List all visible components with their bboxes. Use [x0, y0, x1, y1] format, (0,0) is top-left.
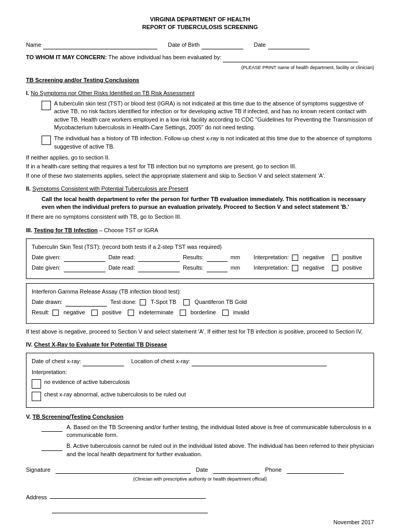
tst-row2-read-input[interactable]: [138, 264, 180, 272]
tst-row1-read-label: Date read:: [109, 254, 135, 261]
sig-phone-input[interactable]: [287, 466, 344, 474]
checkbox-xray-no-evidence[interactable]: [32, 379, 41, 389]
tst-row2: Date given: Date read: Results: mm Inter…: [32, 264, 368, 272]
checkbox-tst-row1-pos[interactable]: [332, 255, 338, 261]
igra-drawn-input[interactable]: [65, 298, 107, 307]
section5-statB: B. Active tuberculosis cannot be ruled o…: [66, 442, 374, 458]
section1-note2: If in a health-care setting that require…: [26, 163, 374, 170]
tst-row2-results-label: Results:: [183, 264, 204, 272]
igra-neg: negative: [63, 309, 85, 316]
section5-blank-B[interactable]: [42, 442, 62, 450]
section1-para2: The individual has a history of TB infec…: [54, 135, 374, 151]
address-row2: [52, 505, 374, 513]
tst-row1-results-input[interactable]: [207, 254, 228, 262]
tst-row2-given-input[interactable]: [64, 264, 105, 272]
footer-date: November 2017: [334, 519, 374, 525]
checkbox-tst-row2-pos[interactable]: [332, 265, 338, 271]
sig-date-input[interactable]: [213, 466, 260, 474]
xray-interp-label: Interpretation:: [32, 368, 368, 376]
xray-date-row: Date of chest x-ray: Location of chest x…: [32, 357, 368, 366]
igra-row1: Date drawn: Test done: T-Spot TB Quantif…: [32, 298, 368, 307]
tst-row2-read-label: Date read:: [109, 264, 135, 272]
section5-statA-row: A. Based on the TB Screening and/or furt…: [42, 423, 374, 440]
igra-row2: Result: negative positive indeterminate …: [32, 309, 368, 316]
checkbox-igra-indet[interactable]: [128, 310, 134, 316]
section3-header: III. Testing for TB Infection – Choose T…: [26, 227, 374, 234]
tst-box: Tuberculin Skin Test (TST): (record both…: [26, 238, 374, 279]
name-field: Name: [26, 41, 157, 49]
igra-test-done-label: Test done:: [110, 298, 137, 306]
checkbox-tst-row2-neg[interactable]: [292, 265, 298, 271]
igra-tspot: T-Spot TB: [151, 298, 176, 306]
xray-date-input[interactable]: [83, 357, 124, 366]
section5-statA: A. Based on the TB Screening and/or furt…: [66, 423, 374, 440]
address-input-1[interactable]: [50, 490, 206, 499]
checkbox-tst-row1-neg[interactable]: [292, 255, 298, 261]
tst-row1-mm: mm: [231, 254, 240, 261]
checkbox-igra-quantiferon[interactable]: [183, 299, 190, 305]
igra-border: borderline: [191, 309, 216, 316]
section4-label: IV.: [26, 341, 32, 348]
checkbox-igra-border[interactable]: [180, 310, 186, 316]
igra-drawn-label: Date drawn:: [32, 298, 62, 306]
checkbox-igra-invalid[interactable]: [222, 310, 229, 316]
name-label: Name: [26, 41, 41, 49]
date-label: Date: [254, 41, 265, 49]
address-input-2[interactable]: [52, 505, 208, 513]
tst-box-header: Tuberculin Skin Test (TST): (record both…: [32, 243, 368, 251]
section1-label: I.: [26, 90, 29, 96]
igra-result-label: Result:: [32, 309, 49, 316]
tst-row2-results-input[interactable]: [207, 264, 228, 272]
tst-row2-pos: positive: [343, 264, 362, 272]
igra-pos: positive: [102, 309, 122, 316]
checkbox-igra-tspot[interactable]: [140, 299, 146, 305]
igra-indet: indeterminate: [139, 309, 174, 316]
xray-date-label: Date of chest x-ray:: [32, 358, 81, 364]
name-input[interactable]: [43, 41, 157, 49]
tst-row1-given-label: Date given:: [32, 254, 61, 261]
sig-label: Signature: [26, 466, 50, 474]
evaluator-input[interactable]: [223, 54, 358, 62]
address-row1: Address: [26, 490, 374, 502]
dob-label: Date of Birth: [168, 41, 199, 49]
igra-invalid: invalid: [233, 309, 249, 316]
checkbox-igra-neg[interactable]: [52, 310, 59, 316]
top-fields-row: Name Date of Birth Date: [26, 41, 374, 49]
tst-row2-given-label: Date given:: [32, 264, 61, 272]
concern-label: TO WHOM IT MAY CONCERN:: [26, 54, 107, 60]
tst-row1-read-input[interactable]: [138, 254, 180, 262]
sig-input[interactable]: [56, 466, 191, 474]
section5-statB-row: B. Active tuberculosis cannot be ruled o…: [42, 442, 374, 458]
section2-label: II.: [26, 185, 31, 192]
print-note: (PLEASE PRINT name of health department,…: [26, 63, 374, 71]
section5-title: TB Screening/Testing Conclusion: [32, 414, 123, 420]
tst-row1: Date given: Date read: Results: mm Inter…: [32, 254, 368, 262]
checkbox-s1-para2[interactable]: [42, 136, 51, 145]
tst-row1-interp-label: Interpretation:: [254, 254, 289, 261]
section5-blank-A[interactable]: [42, 423, 62, 432]
checkbox-s1-para1[interactable]: [42, 101, 51, 110]
xray-location-input[interactable]: [192, 357, 327, 366]
tst-row1-results-label: Results:: [183, 254, 204, 261]
checkbox-xray-abnormal[interactable]: [32, 392, 41, 401]
section5-label: V.: [26, 414, 31, 420]
section3-label: III.: [26, 227, 32, 233]
igra-box: Interferon Gamma Release Assay (TB infec…: [26, 283, 374, 323]
document-header: VIRGINIA DEPARTMENT OF HEALTH REPORT OF …: [26, 16, 374, 32]
section2-note: If there are no symptoms consistent with…: [26, 213, 374, 221]
date-input[interactable]: [268, 41, 310, 49]
tb-screening-title: TB Screening and/or Testing Conclusions: [26, 76, 374, 84]
section1-title: No Symptoms nor Other Risks Identified o…: [31, 90, 194, 96]
tst-row2-neg: negative: [303, 264, 325, 272]
header-line1: VIRGINIA DEPARTMENT OF HEALTH: [26, 16, 374, 23]
tst-row1-given-input[interactable]: [64, 254, 105, 262]
concern-row: TO WHOM IT MAY CONCERN: The above indivi…: [26, 54, 374, 62]
dob-input[interactable]: [202, 41, 243, 49]
concern-text: The above individual has been evaluated …: [109, 54, 222, 60]
clinician-note: (Clinician with prescriptive authority o…: [26, 475, 374, 483]
xray-check1-row: no evidence of active tuberculosis: [32, 378, 368, 389]
xray-check2-text: chest x-ray abnormal, active tuberculosi…: [44, 391, 186, 398]
checkbox-igra-pos[interactable]: [91, 310, 98, 316]
section1-header: I. No Symptoms nor Other Risks Identifie…: [26, 89, 374, 97]
section4-header: IV. Chest X-Ray to Evaluate for Potentia…: [26, 341, 374, 349]
